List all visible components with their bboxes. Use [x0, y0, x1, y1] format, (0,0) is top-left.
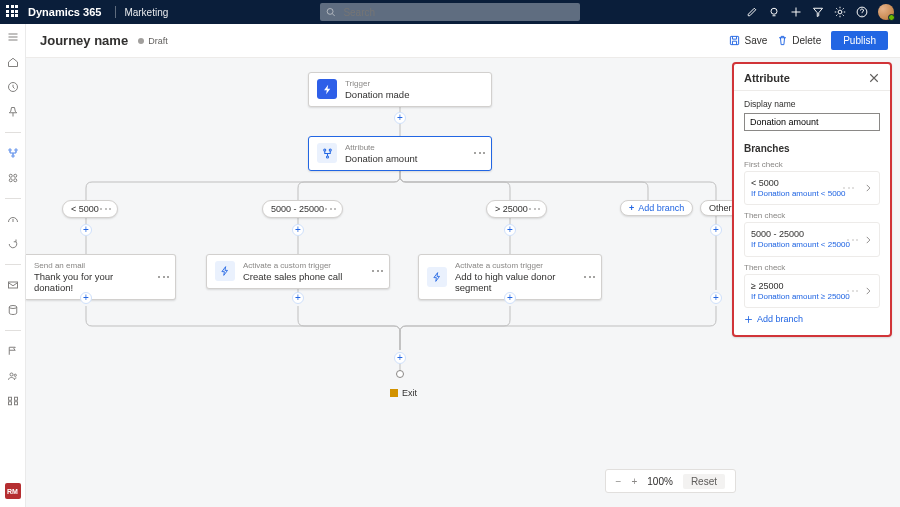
exit-label: Exit: [402, 388, 417, 398]
then-check-hint: Then check: [744, 211, 880, 220]
node-kicker: Activate a custom trigger: [455, 261, 579, 271]
branch-label: 5000 - 25000: [271, 204, 324, 214]
bolt-outline-icon: [215, 261, 235, 281]
add-branch-button[interactable]: +Add branch: [620, 200, 693, 216]
zoom-out-button[interactable]: −: [616, 476, 622, 487]
close-icon[interactable]: [868, 72, 880, 84]
node-title: Donation amount: [345, 153, 417, 164]
status-badge: Draft: [138, 36, 168, 46]
branch-condition: If Donation amount < 25000: [751, 240, 850, 250]
panel-add-branch-button[interactable]: Add branch: [744, 314, 880, 324]
branch-card[interactable]: 5000 - 25000 If Donation amount < 25000 …: [744, 222, 880, 256]
chevron-right-icon: [863, 286, 873, 296]
then-check-hint: Then check: [744, 263, 880, 272]
search-input[interactable]: [341, 6, 574, 19]
svg-point-0: [327, 8, 333, 14]
filter-icon[interactable]: [812, 6, 824, 18]
branch-name: < 5000: [751, 178, 846, 189]
branches-section-title: Branches: [744, 143, 880, 154]
svg-point-24: [326, 156, 328, 158]
add-node-button[interactable]: +: [394, 112, 406, 124]
node-kicker: Activate a custom trigger: [243, 261, 342, 271]
node-kicker: Attribute: [345, 143, 417, 153]
branch-badge[interactable]: < 5000⋮: [62, 200, 118, 218]
edit-icon[interactable]: [746, 6, 758, 18]
add-node-button[interactable]: +: [504, 224, 516, 236]
flag-icon: [390, 389, 398, 397]
more-icon[interactable]: ⋮: [103, 203, 109, 215]
branch-name: ≥ 25000: [751, 281, 850, 292]
display-name-label: Display name: [744, 99, 880, 109]
publish-button[interactable]: Publish: [831, 31, 888, 50]
add-node-button[interactable]: +: [504, 292, 516, 304]
add-node-button[interactable]: +: [292, 292, 304, 304]
chevron-right-icon: [863, 235, 873, 245]
first-check-hint: First check: [744, 160, 880, 169]
more-icon[interactable]: ⋮: [328, 203, 334, 215]
page-title: Journey name: [40, 33, 128, 48]
add-branch-label: Add branch: [638, 203, 684, 213]
zoom-in-button[interactable]: +: [631, 476, 637, 487]
branch-name: 5000 - 25000: [751, 229, 850, 240]
search-icon: [326, 7, 335, 17]
branch-badge[interactable]: 5000 - 25000⋮: [262, 200, 343, 218]
bolt-outline-icon: [427, 267, 447, 287]
add-node-button[interactable]: +: [394, 352, 406, 364]
svg-point-3: [838, 10, 842, 14]
global-nav: Dynamics 365 Marketing: [0, 0, 900, 24]
module-name: Marketing: [124, 7, 168, 18]
plus-icon[interactable]: [790, 6, 802, 18]
attribute-node[interactable]: Attribute Donation amount ⋮: [308, 136, 492, 171]
add-node-button[interactable]: +: [292, 224, 304, 236]
branch-icon: [317, 143, 337, 163]
action-node-trigger[interactable]: Activate a custom trigger Create sales p…: [206, 254, 390, 289]
app-launcher-icon[interactable]: [6, 5, 20, 19]
more-icon[interactable]: ⋮: [850, 285, 855, 297]
delete-button[interactable]: Delete: [777, 35, 821, 46]
attribute-panel: Attribute Display name Branches First ch…: [732, 62, 892, 337]
zoom-reset-button[interactable]: Reset: [683, 474, 725, 489]
other-label: Other: [709, 203, 732, 213]
more-icon[interactable]: ⋮: [850, 234, 855, 246]
add-node-button[interactable]: +: [710, 224, 722, 236]
node-kicker: Send an email: [34, 261, 153, 271]
save-label: Save: [744, 35, 767, 46]
chevron-right-icon: [863, 183, 873, 193]
node-more-icon[interactable]: ⋮: [375, 264, 381, 278]
settings-icon[interactable]: [834, 6, 846, 18]
save-button[interactable]: Save: [729, 35, 767, 46]
add-node-button[interactable]: +: [80, 224, 92, 236]
rail-menu-icon[interactable]: [6, 30, 20, 44]
branch-card[interactable]: ≥ 25000 If Donation amount ≥ 25000 ⋮: [744, 274, 880, 308]
node-title: Add to high value donor segment: [455, 271, 579, 294]
svg-rect-5: [731, 36, 739, 44]
journey-canvas[interactable]: Trigger Donation made + Attribute Donati…: [26, 58, 900, 507]
end-node-icon: [396, 370, 404, 378]
node-title: Donation made: [345, 89, 409, 100]
trigger-node[interactable]: Trigger Donation made: [308, 72, 492, 107]
avatar[interactable]: [878, 4, 894, 20]
branch-label: > 25000: [495, 204, 528, 214]
action-node-email[interactable]: Send an email Thank you for your donatio…: [26, 254, 176, 300]
node-more-icon[interactable]: ⋮: [587, 270, 593, 284]
delete-label: Delete: [792, 35, 821, 46]
page-toolbar: Journey name Draft Save Delete Publish: [0, 24, 900, 58]
branch-card[interactable]: < 5000 If Donation amount < 5000 ⋮: [744, 171, 880, 205]
more-icon[interactable]: ⋮: [532, 203, 538, 215]
branch-badge[interactable]: > 25000⋮: [486, 200, 547, 218]
more-icon[interactable]: ⋮: [846, 182, 851, 194]
panel-title: Attribute: [744, 72, 790, 84]
node-more-icon[interactable]: ⋮: [161, 270, 167, 284]
brand-name: Dynamics 365: [28, 6, 101, 18]
display-name-input[interactable]: [744, 113, 880, 131]
global-search[interactable]: [320, 3, 580, 21]
help-icon[interactable]: [856, 6, 868, 18]
svg-point-2: [771, 8, 777, 14]
node-title: Create sales phone call: [243, 271, 342, 282]
node-more-icon[interactable]: ⋮: [477, 146, 483, 160]
add-node-button[interactable]: +: [710, 292, 722, 304]
idea-icon[interactable]: [768, 6, 780, 18]
branch-condition: If Donation amount ≥ 25000: [751, 292, 850, 302]
add-node-button[interactable]: +: [80, 292, 92, 304]
node-title: Thank you for your donation!: [34, 271, 153, 294]
